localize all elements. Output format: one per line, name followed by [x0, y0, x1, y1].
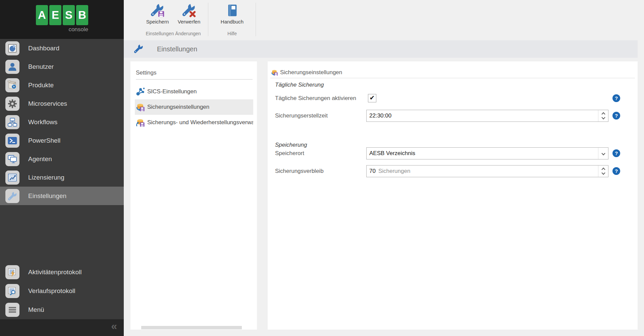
form-row-backup-retention: Sicherungsverbleib 70 Sicherungen ? — [275, 165, 638, 177]
powershell-icon — [5, 134, 19, 148]
horizontal-scrollbar[interactable] — [141, 326, 242, 329]
activity-log-icon — [5, 265, 19, 279]
backup-time-input[interactable]: 22:30:00 — [366, 110, 608, 122]
user-icon — [5, 60, 19, 74]
sidebar-item-workflows[interactable]: Workflows — [0, 113, 124, 131]
settings-nav-item-label: Sicherungseinstellungen — [147, 104, 209, 110]
logo-subtitle: console — [36, 26, 88, 33]
sidebar-item-label: Microservices — [28, 100, 67, 107]
settings-nav-header: Settings — [130, 61, 257, 76]
settings-nav-item-sics[interactable]: SICS-Einstellungen — [135, 84, 253, 99]
backup-retention-suffix: Sicherungen — [378, 168, 410, 175]
sidebar-item-label: Benutzer — [28, 63, 54, 70]
license-chart-icon — [5, 171, 19, 185]
dropdown-button[interactable] — [598, 148, 608, 159]
form-row-backup-time: Sicherungserstellzeit 22:30:00 ? — [275, 110, 638, 122]
backup-retention-input[interactable]: 70 Sicherungen — [366, 165, 608, 177]
sidebar-item-menue[interactable]: Menü — [0, 300, 124, 319]
divider — [270, 78, 635, 78]
sidebar-item-agenten[interactable]: Agenten — [0, 150, 124, 168]
settings-nav-item-label: Sicherungs- und Wiederherstellungsverwal — [147, 119, 253, 126]
spinner-down-icon — [601, 171, 605, 175]
ribbon-toolbar: Speichern Verwerfen Einstellungen Änderu… — [124, 0, 644, 40]
form-heading: Sicherungseinstellungen — [271, 69, 342, 76]
logo-letter: S — [63, 5, 75, 25]
collapse-sidebar-button[interactable]: « — [111, 320, 117, 332]
settings-nav-item-sicherungseinstellungen[interactable]: Sicherungseinstellungen — [135, 99, 253, 115]
form-row-storage-location: Speicherort AESB Verzeichnis ? — [275, 147, 638, 159]
help-icon[interactable]: ? — [612, 149, 620, 157]
backup-retention-value: 70 — [369, 168, 376, 175]
spinner-down-icon — [601, 115, 605, 119]
sidebar-item-label: Verlaufsprotokoll — [28, 287, 75, 295]
monitors-icon — [5, 152, 19, 166]
wrench-save-icon — [150, 3, 165, 18]
sidebar-item-dashboard[interactable]: Dashboard — [0, 39, 124, 57]
sidebar-item-produkte[interactable]: Produkte — [0, 76, 124, 94]
divider — [136, 79, 253, 80]
help-icon[interactable]: ? — [612, 94, 620, 102]
help-icon[interactable]: ? — [612, 167, 620, 175]
sidebar-bottom-group: Aktivitätenprotokoll Verlaufsprotokoll — [0, 263, 124, 319]
product-box-icon — [5, 78, 19, 92]
backup-time-value: 22:30:00 — [369, 112, 391, 119]
settings-form-panel: Sicherungseinstellungen Tägliche Sicheru… — [268, 61, 638, 330]
sidebar-item-label: Workflows — [28, 118, 57, 126]
hamburger-icon — [5, 303, 19, 317]
spinner-buttons[interactable] — [598, 110, 608, 122]
page-title-bar: Einstellungen — [124, 40, 638, 58]
manual-button-label: Handbuch — [221, 19, 244, 25]
form-heading-label: Sicherungseinstellungen — [280, 69, 342, 76]
sidebar-footer: « — [0, 319, 124, 336]
sidebar: A E S B console Dashboard Benutzer — [0, 0, 124, 336]
form-row-daily-backup-enable: Tägliche Sicherungen aktivieren ✔ ? — [275, 94, 638, 102]
sidebar-item-einstellungen[interactable]: Einstellungen — [0, 187, 124, 205]
sidebar-item-microservices[interactable]: Microservices — [0, 94, 124, 113]
section-title-taegliche-sicherung: Tägliche Sicherung — [275, 82, 324, 88]
book-icon — [224, 3, 240, 18]
sidebar-item-verlaufsprotokoll[interactable]: Verlaufsprotokoll — [0, 282, 124, 300]
sidebar-item-label: Dashboard — [28, 45, 59, 52]
discard-button[interactable]: Verwerfen — [173, 3, 205, 25]
wrench-icon — [5, 189, 19, 203]
field-label: Speicherort — [275, 147, 304, 159]
ribbon-group-label: Einstellungen Änderungen — [138, 31, 208, 36]
settings-nav-item-label: SICS-Einstellungen — [147, 88, 197, 95]
settings-nav-item-sicherungs-wiederherstellung[interactable]: Sicherungs- und Wiederherstellungsverwal — [135, 115, 253, 130]
checkmark-icon: ✔ — [370, 95, 375, 101]
sidebar-item-label: Produkte — [28, 82, 54, 89]
settings-nav-list: SICS-Einstellungen Sicherungseinstellung… — [130, 84, 257, 130]
spinner-buttons[interactable] — [598, 165, 608, 177]
ribbon-group-einstellungen-aenderungen: Speichern Verwerfen Einstellungen Änderu… — [138, 0, 208, 40]
sidebar-item-aktivitaetenprotokoll[interactable]: Aktivitätenprotokoll — [0, 263, 124, 282]
app-logo: A E S B console — [0, 0, 124, 39]
network-nodes-icon — [136, 87, 145, 96]
logo-letter: B — [76, 5, 88, 25]
sidebar-item-label: Lizensierung — [28, 174, 64, 181]
sidebar-nav: Dashboard Benutzer Produkte — [0, 39, 124, 319]
history-log-icon — [5, 284, 19, 298]
discard-button-label: Verwerfen — [178, 19, 201, 25]
page-title: Einstellungen — [157, 45, 197, 53]
dashboard-icon — [5, 41, 19, 55]
save-button-label: Speichern — [146, 19, 169, 25]
storage-location-dropdown[interactable]: AESB Verzeichnis — [366, 147, 608, 159]
field-label: Tägliche Sicherungen aktivieren — [275, 94, 356, 102]
chevron-down-icon — [601, 151, 605, 155]
help-icon[interactable]: ? — [612, 112, 620, 119]
sidebar-item-powershell[interactable]: PowerShell — [0, 131, 124, 150]
ribbon-group-label: Hilfe — [208, 31, 256, 36]
sidebar-item-label: Agenten — [28, 155, 52, 163]
save-button[interactable]: Speichern — [142, 3, 173, 25]
sidebar-item-label: Menü — [28, 306, 44, 314]
manual-button[interactable]: Handbuch — [216, 3, 248, 25]
workflow-icon — [5, 115, 19, 129]
database-restore-icon — [136, 118, 145, 127]
sidebar-item-lizensierung[interactable]: Lizensierung — [0, 168, 124, 187]
daily-backup-checkbox[interactable]: ✔ — [368, 94, 376, 102]
sidebar-item-benutzer[interactable]: Benutzer — [0, 57, 124, 76]
logo-tiles: A E S B — [36, 5, 88, 25]
gear-icon — [5, 97, 19, 111]
sidebar-item-label: Einstellungen — [28, 192, 66, 200]
storage-location-value: AESB Verzeichnis — [369, 150, 415, 157]
